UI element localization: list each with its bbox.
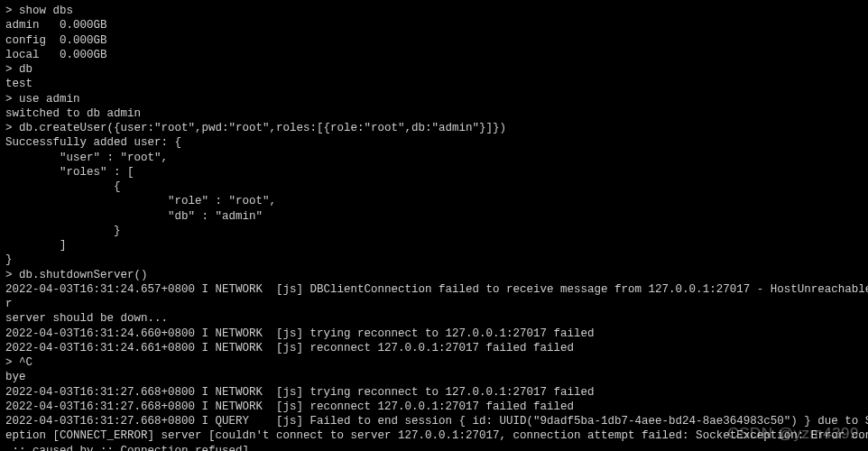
output-line: } bbox=[5, 253, 863, 267]
terminal-output[interactable]: > show dbs admin 0.000GB config 0.000GB … bbox=[5, 4, 863, 451]
output-line: 2022-04-03T16:31:24.661+0800 I NETWORK [… bbox=[5, 341, 863, 355]
output-line: 2022-04-03T16:31:24.657+0800 I NETWORK [… bbox=[5, 282, 863, 297]
output-line: { bbox=[5, 179, 863, 194]
output-line: r bbox=[5, 297, 863, 311]
output-line: 2022-04-03T16:31:24.660+0800 I NETWORK [… bbox=[5, 327, 863, 341]
output-line: > db bbox=[5, 62, 863, 77]
output-line: :: caused by :: Connection refused] bbox=[5, 444, 863, 452]
output-line: test bbox=[5, 77, 863, 91]
output-line: 2022-04-03T16:31:27.668+0800 I NETWORK [… bbox=[5, 385, 863, 400]
watermark: CSDN @yzm4399 bbox=[727, 424, 859, 444]
output-line: "db" : "admin" bbox=[5, 209, 863, 224]
output-line: ] bbox=[5, 238, 863, 253]
output-line: admin 0.000GB bbox=[5, 18, 863, 32]
output-line: "roles" : [ bbox=[5, 165, 863, 179]
output-line: switched to db admin bbox=[5, 106, 863, 121]
output-line: } bbox=[5, 224, 863, 238]
output-line: config 0.000GB bbox=[5, 33, 863, 48]
output-line: server should be down... bbox=[5, 311, 863, 326]
output-line: 2022-04-03T16:31:27.668+0800 I NETWORK [… bbox=[5, 400, 863, 414]
output-line: > use admin bbox=[5, 92, 863, 106]
output-line: > db.createUser({user:"root",pwd:"root",… bbox=[5, 121, 863, 135]
output-line: "role" : "root", bbox=[5, 194, 863, 208]
output-line: > db.shutdownServer() bbox=[5, 268, 863, 282]
output-line: local 0.000GB bbox=[5, 48, 863, 62]
output-line: Successfully added user: { bbox=[5, 135, 863, 150]
output-line: > ^C bbox=[5, 355, 863, 370]
output-line: > show dbs bbox=[5, 4, 863, 18]
output-line: bye bbox=[5, 370, 863, 384]
output-line: "user" : "root", bbox=[5, 151, 863, 165]
